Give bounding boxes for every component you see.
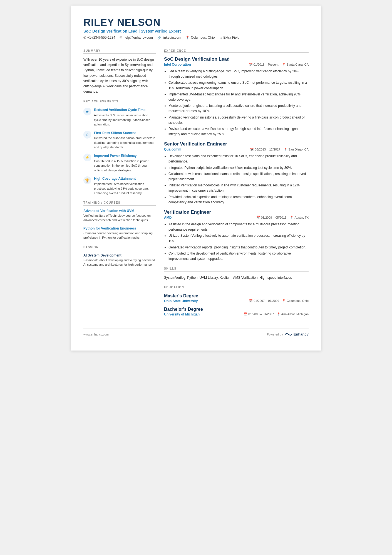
job-bullets-1: Led a team in verifying a cutting-edge 7… [164, 69, 309, 137]
achievement-title-4: High Coverage Attainment [94, 176, 156, 181]
achievement-desc-4: Implemented UVM-based verification pract… [94, 182, 156, 196]
passion-desc-1: Passionate about developing and verifyin… [83, 258, 156, 267]
training-desc-1: Verified Institute of Technology course … [83, 213, 156, 223]
footer-powered: Powered by Enhancv [267, 332, 309, 337]
contact-location: 📍 Columbus, Ohio [185, 36, 215, 40]
achievement-desc-2: Delivered the first-pass silicon product… [94, 136, 156, 150]
bullet: Mentored junior engineers, fostering a c… [168, 103, 309, 114]
training-item-2: Python for Verification Engineers Course… [83, 226, 156, 240]
job-company-2: Qualcomm [164, 147, 181, 151]
calendar-icon-2: 📅 [250, 148, 254, 151]
skills-section-title: SKILLS [164, 267, 309, 272]
achievement-icon-bolt: ⚡ [83, 154, 91, 161]
passion-title-1: AI System Development [83, 253, 156, 257]
edu-loc-2: Ann Arbor, Michigan [281, 312, 309, 316]
achievement-item: ⚡ Improved Power Efficiency Contributed … [83, 154, 156, 172]
enhancv-icon [285, 332, 292, 337]
right-column: EXPERIENCE SoC Design Verification Lead … [164, 49, 309, 320]
achievement-item: ☆ First-Pass Silicon Success Delivered t… [83, 131, 156, 150]
education-section-title: EDUCATION [164, 286, 309, 290]
achievement-title-2: First-Pass Silicon Success [94, 131, 156, 135]
achievement-title-1: Reduced Verification Cycle Time [94, 108, 156, 112]
training-title-2: Python for Verification Engineers [83, 226, 156, 230]
bullet: Contributed to the development of verifi… [168, 251, 309, 262]
contact-extra: ☆ Extra Field [219, 36, 239, 40]
location-icon-2: 📍 [284, 148, 287, 151]
job-dates-2: 06/2013 – 12/2017 [255, 148, 280, 151]
footer-website: www.enhancv.com [83, 333, 109, 336]
experience-section-title: EXPERIENCE [164, 49, 309, 53]
edu-school-1: Ohio State University [164, 299, 198, 303]
job-2: Senior Verification Engineer Qualcomm 📅 … [164, 141, 309, 205]
location-icon: 📍 [185, 36, 190, 40]
calendar-icon: 📅 [249, 63, 253, 66]
candidate-name: RILEY NELSON [83, 17, 309, 28]
email-icon: ✉ [120, 36, 122, 40]
left-column: SUMMARY With over 10 years of experience… [83, 49, 156, 320]
summary-section-title: SUMMARY [83, 49, 156, 54]
job-title-2: Senior Verification Engineer [164, 141, 309, 147]
edu-item-2: Bachelor's Degree University of Michigan… [164, 307, 309, 316]
contact-row: ✆ +1-(234)-555-1234 ✉ help@enhancv.com 🔗… [83, 36, 309, 44]
job-meta-2: Qualcomm 📅 06/2013 – 12/2017 📍 San Diego… [164, 147, 309, 151]
bullet: Integrated Python scripts into verificat… [168, 165, 309, 171]
calendar-icon-edu2: 📅 [244, 312, 247, 316]
achievement-title-3: Improved Power Efficiency [94, 154, 156, 158]
extra-icon: ☆ [219, 36, 222, 40]
location-icon-3: 📍 [290, 216, 294, 219]
achievements-section-title: KEY ACHIEVEMENTS [83, 100, 156, 104]
enhancv-logo: Enhancv [285, 332, 309, 337]
job-meta-3: AMD 📅 03/2009 – 05/2013 📍 Austin, TX [164, 216, 309, 219]
contact-email: ✉ help@enhancv.com [120, 36, 153, 40]
skills-text: SystemVerilog, Python, UVM Library, Xcel… [164, 275, 309, 280]
bullet: Provided technical expertise and trainin… [168, 194, 309, 205]
bullet: Collaborated with cross-functional teams… [168, 171, 309, 182]
linkedin-icon: 🔗 [157, 36, 162, 40]
footer: www.enhancv.com Powered by Enhancv [83, 329, 309, 337]
achievement-icon-star2: ☆ [83, 131, 91, 139]
phone-icon: ✆ [83, 36, 86, 40]
job-company-3: AMD [164, 216, 172, 219]
achievement-item: 🏆 High Coverage Attainment Implemented U… [83, 176, 156, 195]
summary-text: With over 10 years of experience in SoC … [83, 57, 156, 94]
calendar-icon-3: 📅 [256, 216, 260, 219]
job-dates-3: 03/2009 – 05/2013 [261, 216, 287, 219]
job-bullets-3: Assisted in the design and verification … [164, 222, 309, 262]
training-title-1: Advanced Verification with UVM [83, 209, 156, 213]
edu-school-2: University of Michigan [164, 312, 200, 316]
bullet: Developed test plans and executed tests … [168, 154, 309, 164]
job-dates-1: 01/2018 – Present [254, 63, 279, 66]
bullet: Collaborated across engineering teams to… [168, 80, 309, 91]
edu-item-1: Master's Degree Ohio State University 📅 … [164, 293, 309, 303]
training-desc-2: Coursera course covering automation and … [83, 231, 156, 240]
job-bullets-2: Developed test plans and executed tests … [164, 154, 309, 205]
edu-dates-1: 01/2007 – 01/2009 [254, 299, 279, 302]
training-item-1: Advanced Verification with UVM Verified … [83, 209, 156, 223]
job-loc-1: Santa Clara, CA [287, 63, 309, 66]
location-icon-1: 📍 [282, 63, 286, 66]
edu-degree-1: Master's Degree [164, 293, 309, 299]
contact-phone: ✆ +1-(234)-555-1234 [83, 36, 115, 40]
job-3: Verification Engineer AMD 📅 03/2009 – 05… [164, 209, 309, 262]
bullet: Assisted in the design and verification … [168, 222, 309, 232]
achievement-desc-3: Contributed to a 15% reduction in power … [94, 159, 156, 173]
location-icon-edu2: 📍 [277, 312, 281, 316]
job-loc-2: San Diego, CA [288, 148, 309, 151]
candidate-title: SoC Design Verification Lead | SystemVer… [83, 29, 309, 33]
achievement-item: ★ Reduced Verification Cycle Time Achiev… [83, 108, 156, 127]
passion-item-1: AI System Development Passionate about d… [83, 253, 156, 267]
location-icon-edu1: 📍 [282, 299, 286, 302]
passions-section-title: PASSIONS [83, 246, 156, 250]
bullet: Devised and executed a verification stra… [168, 126, 309, 137]
achievement-desc-1: Achieved a 30% reduction in verification… [94, 113, 156, 127]
calendar-icon-edu1: 📅 [249, 299, 253, 302]
job-title-1: SoC Design Verification Lead [164, 56, 309, 62]
training-section-title: TRAINING / COURSES [83, 201, 156, 206]
job-loc-3: Austin, TX [294, 216, 309, 219]
contact-linkedin: 🔗 linkedin.com [157, 36, 181, 40]
bullet: Managed verification milestones, success… [168, 115, 309, 125]
bullet: Generated verification reports, providin… [168, 245, 309, 250]
job-1: SoC Design Verification Lead Intel Corpo… [164, 56, 309, 137]
job-meta-1: Intel Corporation 📅 01/2018 – Present 📍 … [164, 63, 309, 66]
edu-degree-2: Bachelor's Degree [164, 307, 309, 312]
